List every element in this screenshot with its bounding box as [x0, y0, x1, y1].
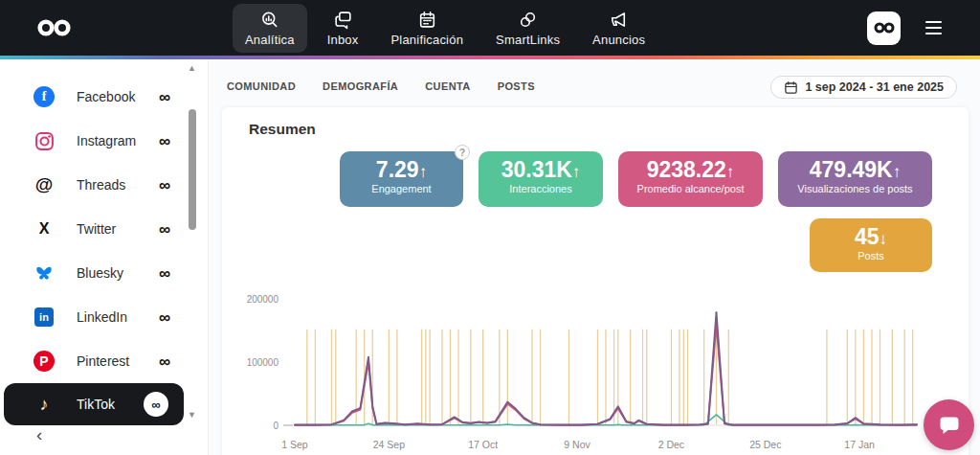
calendar-icon [417, 10, 437, 30]
connected-profiles-infinity-icon: ∞ [159, 133, 170, 149]
connected-profiles-infinity-icon: ∞ [159, 177, 170, 193]
x-axis-tick-label: 17 Jan [844, 439, 875, 450]
metric-value: 479.49K↑ [778, 158, 932, 182]
connected-profiles-infinity-icon: ∞ [144, 392, 168, 417]
x-axis-tick-label: 1 Sep [281, 439, 308, 450]
metrics-row: 7.29↑Engagement?30.31K↑Interacciones9238… [340, 151, 932, 207]
accounts-sidebar: fFacebook∞Instagram∞@Threads∞XTwitter∞Bl… [0, 59, 209, 455]
nav-item-anuncios[interactable]: Anuncios [580, 4, 657, 53]
connected-profiles-infinity-icon: ∞ [159, 353, 170, 370]
account-name: Pinterest [77, 353, 129, 369]
connected-profiles-infinity-icon: ∞ [159, 89, 170, 105]
account-list: fFacebook∞Instagram∞@Threads∞XTwitter∞Bl… [0, 75, 186, 425]
scroll-up-icon[interactable]: ▲ [188, 63, 196, 73]
linkedin-icon: in [33, 307, 56, 327]
main-menu: AnalíticaInboxPlanificaciónSmartLinksAnu… [233, 4, 657, 53]
metric-card-promedio-alcance-post: 9238.22↑Promedio alcance/post [618, 151, 763, 207]
nav-item-planificacion[interactable]: Planificación [378, 4, 476, 53]
chat-bubble-icon [936, 412, 963, 439]
connected-profiles-infinity-icon: ∞ [159, 265, 170, 282]
sidebar-item-tiktok[interactable]: ♪TikTok∞ [4, 383, 184, 425]
trend-arrow-icon: ↑ [419, 163, 428, 181]
x-axis-tick-label: 9 Nov [564, 439, 590, 450]
account-name: Facebook [77, 89, 135, 104]
metricool-infinity-logo-icon[interactable] [34, 17, 75, 42]
nav-item-label: Inbox [327, 33, 359, 47]
sidebar-item-pinterest[interactable]: PPinterest∞ [0, 339, 186, 383]
metric-label: Interacciones [479, 183, 603, 194]
sidebar-item-bluesky[interactable]: Bluesky∞ [0, 251, 186, 295]
x-axis-tick-label: 24 Sep [373, 439, 405, 450]
megaphone-icon [609, 10, 629, 30]
nav-item-inbox[interactable]: Inbox [315, 4, 371, 53]
analytics-icon [259, 10, 279, 30]
tab-comunidad[interactable]: COMUNIDAD [227, 80, 296, 92]
help-icon[interactable]: ? [455, 145, 470, 160]
metrics-row-2: 45↓Posts [810, 218, 932, 272]
sidebar-item-linkedin[interactable]: inLinkedIn∞ [0, 295, 186, 339]
account-name: LinkedIn [77, 309, 127, 325]
nav-item-label: SmartLinks [496, 33, 560, 47]
connected-profiles-infinity-icon: ∞ [159, 309, 170, 326]
x-axis-tick-label: 2 Dec [658, 439, 684, 450]
tab-cuenta[interactable]: CUENTA [425, 80, 470, 92]
metric-card-visualizaciones-de-posts: 479.49K↑Visualizaciones de posts [778, 151, 932, 207]
pinterest-icon: P [33, 351, 56, 372]
tab-posts[interactable]: POSTS [498, 80, 535, 92]
sidebar-item-twitter[interactable]: XTwitter∞ [0, 207, 186, 251]
links-icon [518, 10, 538, 30]
metric-value: 7.29↑ [340, 158, 463, 182]
analytics-tabs: COMUNIDADDEMOGRAFÍACUENTAPOSTS [227, 80, 535, 92]
account-name: Twitter [77, 221, 116, 237]
chat-widget-button[interactable] [924, 399, 974, 450]
analytics-content: COMUNIDADDEMOGRAFÍACUENTAPOSTS 1 sep 202… [209, 59, 980, 455]
threads-icon: @ [33, 174, 56, 195]
metric-card-posts: 45↓Posts [810, 218, 932, 272]
scroll-down-icon[interactable]: ▼ [188, 410, 196, 420]
y-axis-tick-label: 0 [273, 421, 278, 431]
infinity-icon [873, 21, 896, 34]
sidebar-scrollbar[interactable]: ▲ ▼ [185, 59, 202, 455]
metric-label: Posts [810, 250, 932, 262]
scrollbar-thumb[interactable] [189, 109, 196, 230]
nav-item-label: Anuncios [592, 33, 645, 47]
metric-label: Visualizaciones de posts [778, 183, 932, 194]
trend-arrow-icon: ↑ [572, 163, 581, 181]
sidebar-item-instagram[interactable]: Instagram∞ [0, 119, 186, 163]
metric-value: 30.31K↑ [479, 158, 603, 182]
instagram-icon [33, 131, 56, 151]
nav-item-smartlinks[interactable]: SmartLinks [483, 4, 572, 53]
account-name: Threads [77, 177, 125, 193]
top-right-controls [867, 0, 946, 56]
account-name: Bluesky [77, 265, 123, 281]
inbox-icon [333, 10, 353, 30]
summary-chart-svg: 01000002000001 Sep24 Sep17 Oct9 Nov2 Dec… [239, 284, 932, 455]
workspace-avatar-button[interactable] [867, 11, 901, 45]
sidebar-item-facebook[interactable]: fFacebook∞ [0, 75, 186, 119]
calendar-icon [784, 80, 798, 95]
bluesky-icon [33, 263, 56, 283]
nav-item-label: Planificación [390, 33, 463, 47]
summary-card: Resumen 7.29↑Engagement?30.31K↑Interacci… [222, 107, 969, 455]
collapse-sidebar-button[interactable]: ‹ [36, 425, 42, 444]
x-axis-tick-label: 25 Dec [749, 439, 781, 450]
metricool-app: AnalíticaInboxPlanificaciónSmartLinksAnu… [0, 0, 980, 455]
date-range-picker[interactable]: 1 sep 2024 - 31 ene 2025 [770, 76, 957, 99]
nav-item-analitica[interactable]: Analítica [233, 4, 307, 53]
y-axis-tick-label: 200000 [247, 294, 279, 305]
x-axis-tick-label: 17 Oct [468, 439, 498, 450]
facebook-icon: f [33, 86, 56, 107]
top-nav: AnalíticaInboxPlanificaciónSmartLinksAnu… [0, 0, 980, 56]
nav-item-label: Analítica [245, 33, 295, 47]
tab-demografia[interactable]: DEMOGRAFÍA [323, 80, 398, 92]
account-name: TikTok [77, 397, 115, 412]
account-name: Instagram [77, 133, 136, 148]
metric-card-engagement: 7.29↑Engagement? [340, 151, 463, 207]
hamburger-menu-button[interactable] [922, 17, 946, 38]
summary-chart[interactable]: 01000002000001 Sep24 Sep17 Oct9 Nov2 Dec… [239, 284, 932, 455]
trend-arrow-icon: ↑ [893, 163, 902, 181]
metric-label: Engagement [340, 183, 463, 194]
tiktok-icon: ♪ [33, 395, 56, 415]
sidebar-item-threads[interactable]: @Threads∞ [0, 163, 186, 207]
date-range-label: 1 sep 2024 - 31 ene 2025 [805, 80, 944, 94]
